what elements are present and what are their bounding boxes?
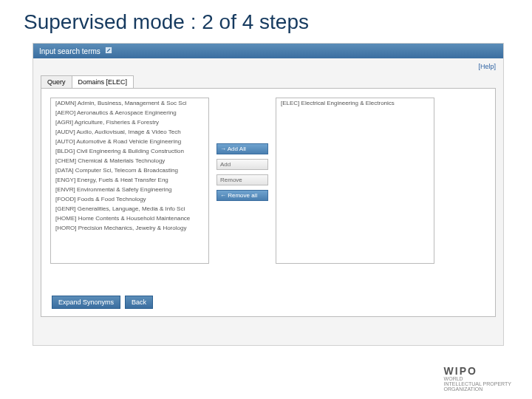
wipo-line1: WORLD (444, 376, 511, 381)
wipo-logo: WIPO WORLD INTELLECTUAL PROPERTY ORGANIZ… (444, 366, 511, 392)
tab-query[interactable]: Query (41, 75, 72, 89)
add-all-button[interactable]: → Add All (216, 143, 268, 154)
wipo-brand: WIPO (444, 366, 511, 376)
list-item[interactable]: [GENR] Generalities, Language, Media & I… (51, 204, 208, 214)
add-button[interactable]: Add (216, 159, 268, 170)
list-item[interactable]: [BLDG] Civil Engineering & Building Cons… (51, 146, 208, 156)
titlebar: Input search terms (33, 44, 503, 58)
list-item[interactable]: [ADMN] Admin, Business, Management & Soc… (51, 98, 208, 108)
titlebar-label: Input search terms (39, 47, 100, 55)
list-item[interactable]: [DATA] Computer Sci, Telecom & Broadcast… (51, 166, 208, 175)
tab-domains[interactable]: Domains [ELEC] (72, 75, 134, 89)
tab-bar: QueryDomains [ELEC] (41, 75, 503, 88)
list-item[interactable]: [ELEC] Electrical Engineering & Electron… (276, 98, 434, 108)
wipo-line2: INTELLECTUAL PROPERTY (444, 381, 511, 386)
available-domains-list[interactable]: [ADMN] Admin, Business, Management & Soc… (50, 98, 209, 264)
list-item[interactable]: [HORO] Precision Mechanics, Jewelry & Ho… (51, 223, 208, 233)
back-button[interactable]: Back (125, 296, 153, 309)
transfer-buttons: → Add All Add Remove ← Remove all (216, 98, 268, 264)
expand-synonyms-button[interactable]: Expand Synonyms (52, 296, 120, 309)
domains-panel: [ADMN] Admin, Business, Management & Soc… (41, 88, 496, 317)
list-item[interactable]: [ENVR] Environmental & Safety Engineerin… (51, 185, 208, 194)
remove-button[interactable]: Remove (216, 174, 268, 185)
app-window: Input search terms [Help] QueryDomains [… (33, 43, 504, 346)
list-item[interactable]: [CHEM] Chemical & Materials Technology (51, 156, 208, 166)
list-item[interactable]: [HOME] Home Contents & Household Mainten… (51, 214, 208, 223)
edit-icon[interactable] (105, 47, 112, 55)
list-item[interactable]: [AUDV] Audio, Audiovisual, Image & Video… (51, 127, 208, 137)
list-item[interactable]: [AERO] Aeronautics & Aerospace Engineeri… (51, 108, 208, 117)
list-item[interactable]: [AGRI] Agriculture, Fisheries & Forestry (51, 117, 208, 127)
list-item[interactable]: [ENGY] Energy, Fuels & Heat Transfer Eng (51, 175, 208, 185)
slide-title: Supervised mode : 2 of 4 steps (0, 0, 532, 40)
list-item[interactable]: [AUTO] Automotive & Road Vehicle Enginee… (51, 137, 208, 146)
help-link[interactable]: [Help] (478, 63, 496, 70)
selected-domains-list[interactable]: [ELEC] Electrical Engineering & Electron… (276, 98, 434, 264)
list-item[interactable]: [FOOD] Foods & Food Technology (51, 194, 208, 204)
wipo-line3: ORGANIZATION (444, 386, 511, 392)
remove-all-button[interactable]: ← Remove all (216, 190, 268, 201)
